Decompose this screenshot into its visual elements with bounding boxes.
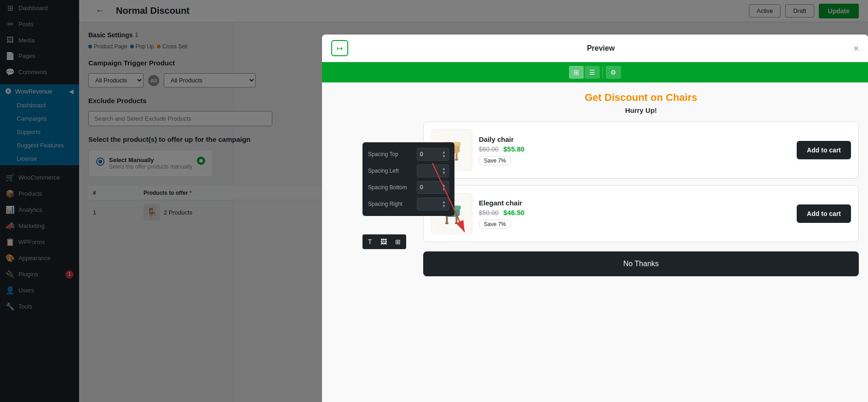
svg-rect-15 [445, 223, 448, 224]
spacing-left-input[interactable]: ▲▼ [417, 164, 449, 177]
spacing-bottom-row: Spacing Bottom 0 ▲▼ [368, 181, 449, 194]
toolbar-list-button[interactable]: ☰ [585, 66, 600, 79]
price-original-2: $50.00 [479, 209, 499, 216]
toolbar-grid-button[interactable]: ⊞ [569, 66, 584, 79]
spacing-left-row: Spacing Left ▲▼ [368, 164, 449, 177]
promo-subtitle: Hurry Up! [423, 106, 859, 114]
toolbar-divider [603, 67, 603, 78]
price-row-1: $60.00 $55.80 [479, 145, 790, 153]
preview-header: ↦ Preview × [322, 35, 868, 62]
close-button[interactable]: × [853, 44, 859, 53]
spacing-top-row: Spacing Top 0 ▲▼ [368, 148, 449, 161]
spinner-top[interactable]: ▲▼ [442, 150, 446, 158]
edit-image-button[interactable]: 🖼 [377, 236, 391, 247]
product-name-2: Elegant chair [479, 199, 790, 207]
expand-button[interactable]: ↦ [331, 40, 348, 56]
price-sale-1: $55.80 [503, 145, 524, 153]
spinner-right[interactable]: ▲▼ [442, 200, 446, 208]
edit-text-button[interactable]: T [364, 236, 376, 247]
preview-modal: ↦ Preview × ⊞ ☰ ⚙ Spacing Top 0 ▲▼ Spaci… [322, 35, 868, 402]
spacing-top-input[interactable]: 0 ▲▼ [417, 148, 449, 161]
spacing-right-row: Spacing Right ▲▼ [368, 198, 449, 210]
preview-body: Spacing Top 0 ▲▼ Spacing Left ▲▼ Spacing… [322, 82, 868, 402]
product-info-2: Elegant chair $50.00 $46.50 Save 7% [479, 199, 790, 229]
no-thanks-button[interactable]: No Thanks [423, 251, 859, 276]
add-to-cart-1[interactable]: Add to cart [797, 141, 851, 159]
preview-title: Preview [348, 44, 853, 52]
svg-rect-16 [455, 223, 458, 224]
edit-toolbar: T 🖼 ⊞ [362, 234, 406, 249]
price-row-2: $50.00 $46.50 [479, 209, 790, 217]
product-card-2: Elegant chair $50.00 $46.50 Save 7% Add … [423, 185, 859, 242]
price-original-1: $60.00 [479, 146, 499, 153]
spinner-left[interactable]: ▲▼ [442, 167, 446, 175]
edit-adjust-button[interactable]: ⊞ [391, 236, 404, 247]
spacing-popup: Spacing Top 0 ▲▼ Spacing Left ▲▼ Spacing… [362, 142, 454, 216]
product-card-1: Daily chair $60.00 $55.80 Save 7% Add to… [423, 122, 859, 179]
svg-rect-13 [446, 217, 448, 223]
preview-toolbar: ⊞ ☰ ⚙ [322, 62, 868, 82]
promo-content: Get Discount on Chairs Hurry Up! [423, 92, 859, 276]
product-info-1: Daily chair $60.00 $55.80 Save 7% [479, 135, 790, 165]
spinner-bottom[interactable]: ▲▼ [442, 183, 446, 192]
save-badge-1: Save 7% [479, 156, 511, 165]
toolbar-settings-button[interactable]: ⚙ [606, 66, 621, 79]
save-badge-2: Save 7% [479, 220, 511, 229]
product-name-1: Daily chair [479, 135, 790, 143]
svg-rect-6 [455, 153, 457, 160]
spacing-bottom-input[interactable]: 0 ▲▼ [417, 181, 449, 194]
svg-rect-8 [455, 159, 458, 161]
price-sale-2: $46.50 [503, 209, 524, 216]
promo-title: Get Discount on Chairs [423, 92, 859, 104]
svg-rect-14 [455, 217, 457, 223]
add-to-cart-2[interactable]: Add to cart [797, 204, 851, 223]
spacing-right-input[interactable]: ▲▼ [417, 198, 449, 210]
